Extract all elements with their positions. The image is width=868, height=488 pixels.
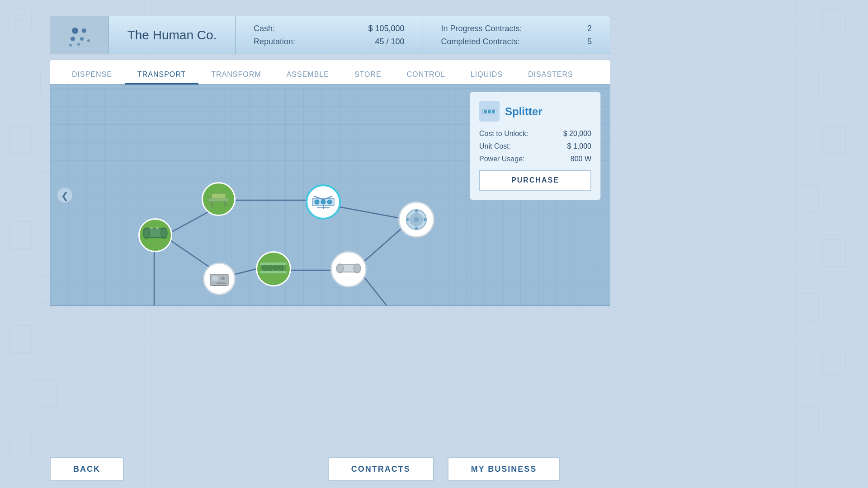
svg-rect-62 [260, 263, 287, 265]
svg-point-27 [77, 43, 80, 46]
tab-transport[interactable]: TRANSPORT [125, 66, 198, 84]
in-progress-row: In Progress Contracts: 2 [441, 24, 592, 33]
svg-rect-19 [796, 294, 818, 321]
tab-store[interactable]: STORE [342, 66, 394, 84]
svg-rect-18 [823, 239, 845, 267]
contracts-button[interactable]: CONTRACTS [328, 457, 434, 481]
svg-point-23 [82, 28, 86, 33]
svg-rect-46 [150, 227, 153, 229]
svg-point-116 [484, 110, 487, 113]
nav-prev-arrow[interactable]: ❮ [57, 188, 73, 203]
svg-rect-7 [9, 127, 32, 154]
svg-point-42 [143, 228, 150, 239]
node-conveyor-1[interactable] [138, 218, 172, 252]
svg-rect-53 [212, 276, 218, 281]
cost-to-unlock-row: Cost to Unlock: $ 20,000 [479, 130, 591, 138]
svg-point-43 [161, 228, 167, 239]
svg-point-24 [71, 37, 75, 41]
cash-value: $ 105,000 [368, 24, 404, 33]
header-stats-left: Cash: $ 105,000 Reputation: 45 / 100 [236, 16, 423, 54]
svg-point-26 [87, 39, 90, 42]
cash-row: Cash: $ 105,000 [254, 24, 405, 33]
company-name-section: The Human Co. [109, 16, 236, 54]
tab-assemble[interactable]: ASSEMBLE [274, 66, 342, 84]
header: The Human Co. Cash: $ 105,000 Reputation… [50, 16, 610, 54]
svg-point-77 [414, 217, 419, 222]
svg-rect-11 [9, 325, 32, 352]
tech-tree-area: ❮ [50, 84, 610, 306]
node-splitter[interactable] [306, 184, 341, 220]
reputation-label: Reputation: [254, 37, 295, 47]
info-item-icon [479, 101, 500, 122]
svg-point-65 [315, 200, 319, 204]
svg-point-54 [221, 277, 225, 280]
tabs-container: DISPENSE TRANSPORT TRANSFORM ASSEMBLE ST… [50, 60, 610, 84]
machine-icon [208, 269, 230, 289]
svg-point-28 [69, 44, 72, 47]
unit-cost-row: Unit Cost: $ 1,000 [479, 142, 591, 150]
tab-liquids[interactable]: LIQUIDS [458, 66, 515, 84]
in-progress-label: In Progress Contracts: [441, 24, 522, 33]
svg-point-58 [262, 265, 268, 270]
svg-rect-15 [796, 70, 818, 97]
node-machine-1[interactable] [203, 263, 236, 295]
svg-rect-51 [224, 202, 226, 207]
tab-dispense[interactable]: DISPENSE [59, 66, 125, 84]
back-button[interactable]: BACK [50, 457, 124, 481]
power-usage-row: Power Usage: 800 W [479, 155, 591, 163]
svg-rect-12 [34, 380, 57, 407]
node-conveyor-2[interactable] [330, 251, 367, 287]
svg-rect-47 [156, 227, 159, 229]
svg-point-80 [406, 218, 409, 221]
svg-rect-49 [212, 193, 226, 199]
svg-point-60 [273, 265, 278, 270]
svg-rect-21 [796, 407, 818, 434]
unit-cost-value: $ 1,000 [567, 142, 591, 150]
header-stats-right: In Progress Contracts: 2 Completed Contr… [423, 16, 610, 54]
svg-point-117 [488, 110, 491, 113]
node-roller[interactable] [256, 251, 291, 286]
cost-to-unlock-value: $ 20,000 [563, 130, 591, 138]
svg-point-22 [72, 28, 78, 34]
svg-point-67 [327, 200, 332, 204]
in-progress-value: 2 [587, 24, 592, 33]
conveyor2-icon [335, 258, 362, 280]
svg-point-81 [424, 218, 426, 221]
node-disc[interactable] [398, 202, 434, 238]
svg-rect-50 [211, 202, 213, 207]
node-platform[interactable] [202, 182, 236, 216]
svg-rect-16 [823, 127, 845, 154]
tab-disasters[interactable]: DISASTERS [515, 66, 586, 84]
roller-icon [260, 258, 287, 280]
prev-arrow-icon: ❮ [61, 190, 69, 201]
power-usage-value: 800 W [571, 155, 591, 163]
center-buttons: CONTRACTS MY BUSINESS [328, 457, 561, 481]
purchase-button[interactable]: PURCHASE [479, 170, 591, 191]
company-logo-icon [66, 22, 93, 49]
svg-rect-63 [260, 271, 287, 273]
cash-label: Cash: [254, 24, 275, 33]
disc-icon [403, 206, 429, 233]
cost-to-unlock-label: Cost to Unlock: [479, 130, 528, 138]
info-panel: Splitter Cost to Unlock: $ 20,000 Unit C… [470, 92, 601, 200]
completed-label: Completed Contracts: [441, 37, 520, 47]
svg-rect-13 [9, 434, 32, 461]
splitter-icon [311, 192, 336, 212]
svg-point-118 [492, 110, 495, 113]
my-business-button[interactable]: MY BUSINESS [448, 457, 561, 481]
info-panel-header: Splitter [479, 101, 591, 122]
svg-point-66 [321, 200, 326, 204]
company-name: The Human Co. [127, 28, 217, 42]
svg-point-61 [278, 265, 284, 270]
svg-rect-14 [823, 9, 845, 36]
svg-point-78 [415, 210, 418, 212]
svg-point-25 [80, 37, 84, 41]
tab-transform[interactable]: TRANSFORM [198, 66, 274, 84]
svg-rect-20 [823, 348, 845, 375]
reputation-row: Reputation: 45 / 100 [254, 37, 405, 47]
info-title: Splitter [505, 105, 542, 118]
platform-icon [206, 189, 231, 209]
tab-control[interactable]: CONTROL [394, 66, 458, 84]
power-usage-label: Power Usage: [479, 155, 525, 163]
info-splitter-icon [481, 105, 497, 118]
